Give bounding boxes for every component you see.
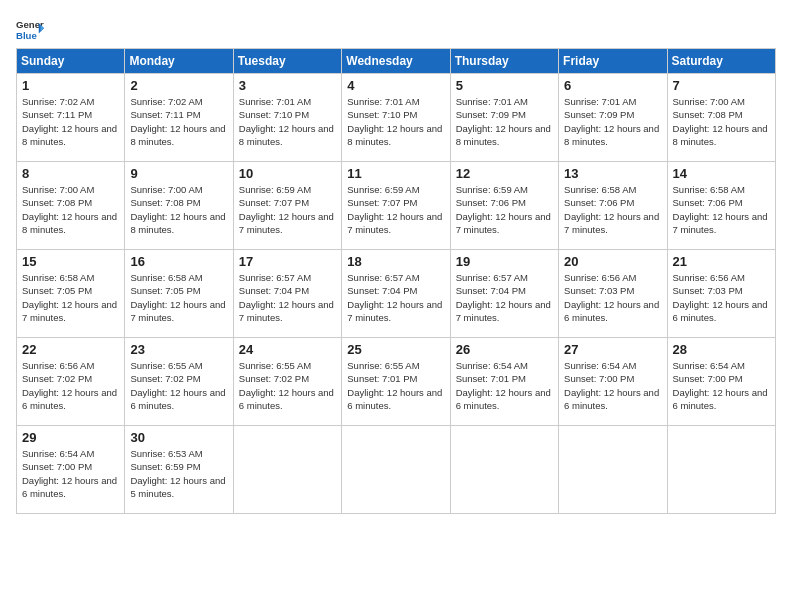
calendar-cell: 8Sunrise: 7:00 AMSunset: 7:08 PMDaylight… [17,162,125,250]
day-number: 2 [130,78,227,93]
day-detail: Sunrise: 6:54 AMSunset: 7:00 PMDaylight:… [22,447,119,500]
day-number: 24 [239,342,336,357]
day-detail: Sunrise: 6:59 AMSunset: 7:07 PMDaylight:… [239,183,336,236]
day-number: 29 [22,430,119,445]
day-number: 22 [22,342,119,357]
calendar-cell: 13Sunrise: 6:58 AMSunset: 7:06 PMDayligh… [559,162,667,250]
day-detail: Sunrise: 7:02 AMSunset: 7:11 PMDaylight:… [130,95,227,148]
day-detail: Sunrise: 6:55 AMSunset: 7:02 PMDaylight:… [239,359,336,412]
calendar-cell: 6Sunrise: 7:01 AMSunset: 7:09 PMDaylight… [559,74,667,162]
day-detail: Sunrise: 7:00 AMSunset: 7:08 PMDaylight:… [673,95,770,148]
calendar-cell: 9Sunrise: 7:00 AMSunset: 7:08 PMDaylight… [125,162,233,250]
day-detail: Sunrise: 6:56 AMSunset: 7:02 PMDaylight:… [22,359,119,412]
calendar-cell: 27Sunrise: 6:54 AMSunset: 7:00 PMDayligh… [559,338,667,426]
day-number: 11 [347,166,444,181]
day-number: 12 [456,166,553,181]
day-detail: Sunrise: 6:57 AMSunset: 7:04 PMDaylight:… [347,271,444,324]
day-number: 17 [239,254,336,269]
day-detail: Sunrise: 7:02 AMSunset: 7:11 PMDaylight:… [22,95,119,148]
calendar-cell: 17Sunrise: 6:57 AMSunset: 7:04 PMDayligh… [233,250,341,338]
calendar-cell: 11Sunrise: 6:59 AMSunset: 7:07 PMDayligh… [342,162,450,250]
day-detail: Sunrise: 6:59 AMSunset: 7:07 PMDaylight:… [347,183,444,236]
calendar-cell: 2Sunrise: 7:02 AMSunset: 7:11 PMDaylight… [125,74,233,162]
weekday-header-saturday: Saturday [667,49,775,74]
calendar-cell [450,426,558,514]
calendar-cell: 18Sunrise: 6:57 AMSunset: 7:04 PMDayligh… [342,250,450,338]
day-detail: Sunrise: 6:54 AMSunset: 7:00 PMDaylight:… [564,359,661,412]
weekday-header-thursday: Thursday [450,49,558,74]
day-detail: Sunrise: 6:58 AMSunset: 7:05 PMDaylight:… [130,271,227,324]
day-detail: Sunrise: 6:58 AMSunset: 7:06 PMDaylight:… [564,183,661,236]
weekday-header-wednesday: Wednesday [342,49,450,74]
calendar-cell: 25Sunrise: 6:55 AMSunset: 7:01 PMDayligh… [342,338,450,426]
day-number: 5 [456,78,553,93]
calendar-cell: 12Sunrise: 6:59 AMSunset: 7:06 PMDayligh… [450,162,558,250]
weekday-header-monday: Monday [125,49,233,74]
day-detail: Sunrise: 7:01 AMSunset: 7:09 PMDaylight:… [456,95,553,148]
day-detail: Sunrise: 7:00 AMSunset: 7:08 PMDaylight:… [22,183,119,236]
calendar-cell: 15Sunrise: 6:58 AMSunset: 7:05 PMDayligh… [17,250,125,338]
calendar-header-row: SundayMondayTuesdayWednesdayThursdayFrid… [17,49,776,74]
calendar-cell: 30Sunrise: 6:53 AMSunset: 6:59 PMDayligh… [125,426,233,514]
day-number: 1 [22,78,119,93]
day-detail: Sunrise: 6:56 AMSunset: 7:03 PMDaylight:… [564,271,661,324]
calendar-cell: 19Sunrise: 6:57 AMSunset: 7:04 PMDayligh… [450,250,558,338]
day-detail: Sunrise: 7:01 AMSunset: 7:10 PMDaylight:… [347,95,444,148]
header: General Blue [16,16,776,44]
day-number: 7 [673,78,770,93]
day-detail: Sunrise: 6:58 AMSunset: 7:05 PMDaylight:… [22,271,119,324]
calendar-cell: 3Sunrise: 7:01 AMSunset: 7:10 PMDaylight… [233,74,341,162]
logo-icon: General Blue [16,16,44,44]
calendar-cell: 10Sunrise: 6:59 AMSunset: 7:07 PMDayligh… [233,162,341,250]
day-number: 16 [130,254,227,269]
calendar-cell: 1Sunrise: 7:02 AMSunset: 7:11 PMDaylight… [17,74,125,162]
day-detail: Sunrise: 6:58 AMSunset: 7:06 PMDaylight:… [673,183,770,236]
day-detail: Sunrise: 7:01 AMSunset: 7:10 PMDaylight:… [239,95,336,148]
calendar-cell: 14Sunrise: 6:58 AMSunset: 7:06 PMDayligh… [667,162,775,250]
weekday-header-tuesday: Tuesday [233,49,341,74]
calendar-cell [667,426,775,514]
day-detail: Sunrise: 6:57 AMSunset: 7:04 PMDaylight:… [239,271,336,324]
calendar-cell: 21Sunrise: 6:56 AMSunset: 7:03 PMDayligh… [667,250,775,338]
calendar-cell: 5Sunrise: 7:01 AMSunset: 7:09 PMDaylight… [450,74,558,162]
day-number: 4 [347,78,444,93]
calendar-cell: 4Sunrise: 7:01 AMSunset: 7:10 PMDaylight… [342,74,450,162]
day-detail: Sunrise: 6:55 AMSunset: 7:02 PMDaylight:… [130,359,227,412]
day-number: 6 [564,78,661,93]
day-detail: Sunrise: 6:55 AMSunset: 7:01 PMDaylight:… [347,359,444,412]
day-detail: Sunrise: 6:57 AMSunset: 7:04 PMDaylight:… [456,271,553,324]
day-number: 8 [22,166,119,181]
calendar-week-2: 8Sunrise: 7:00 AMSunset: 7:08 PMDaylight… [17,162,776,250]
day-number: 14 [673,166,770,181]
day-number: 23 [130,342,227,357]
calendar-cell: 7Sunrise: 7:00 AMSunset: 7:08 PMDaylight… [667,74,775,162]
calendar-cell: 24Sunrise: 6:55 AMSunset: 7:02 PMDayligh… [233,338,341,426]
calendar-week-3: 15Sunrise: 6:58 AMSunset: 7:05 PMDayligh… [17,250,776,338]
day-number: 30 [130,430,227,445]
calendar-week-5: 29Sunrise: 6:54 AMSunset: 7:00 PMDayligh… [17,426,776,514]
calendar-cell: 22Sunrise: 6:56 AMSunset: 7:02 PMDayligh… [17,338,125,426]
calendar-week-1: 1Sunrise: 7:02 AMSunset: 7:11 PMDaylight… [17,74,776,162]
day-number: 21 [673,254,770,269]
page-container: General Blue SundayMondayTuesdayWednesda… [16,16,776,514]
calendar-cell: 23Sunrise: 6:55 AMSunset: 7:02 PMDayligh… [125,338,233,426]
calendar-cell: 28Sunrise: 6:54 AMSunset: 7:00 PMDayligh… [667,338,775,426]
day-detail: Sunrise: 6:56 AMSunset: 7:03 PMDaylight:… [673,271,770,324]
day-detail: Sunrise: 6:54 AMSunset: 7:01 PMDaylight:… [456,359,553,412]
day-number: 20 [564,254,661,269]
day-detail: Sunrise: 7:01 AMSunset: 7:09 PMDaylight:… [564,95,661,148]
calendar-week-4: 22Sunrise: 6:56 AMSunset: 7:02 PMDayligh… [17,338,776,426]
calendar-cell: 16Sunrise: 6:58 AMSunset: 7:05 PMDayligh… [125,250,233,338]
calendar-cell: 29Sunrise: 6:54 AMSunset: 7:00 PMDayligh… [17,426,125,514]
weekday-header-sunday: Sunday [17,49,125,74]
calendar-cell [233,426,341,514]
logo: General Blue [16,16,44,44]
weekday-header-friday: Friday [559,49,667,74]
day-number: 13 [564,166,661,181]
day-number: 25 [347,342,444,357]
calendar-table: SundayMondayTuesdayWednesdayThursdayFrid… [16,48,776,514]
day-number: 28 [673,342,770,357]
day-number: 27 [564,342,661,357]
calendar-cell [342,426,450,514]
day-number: 26 [456,342,553,357]
